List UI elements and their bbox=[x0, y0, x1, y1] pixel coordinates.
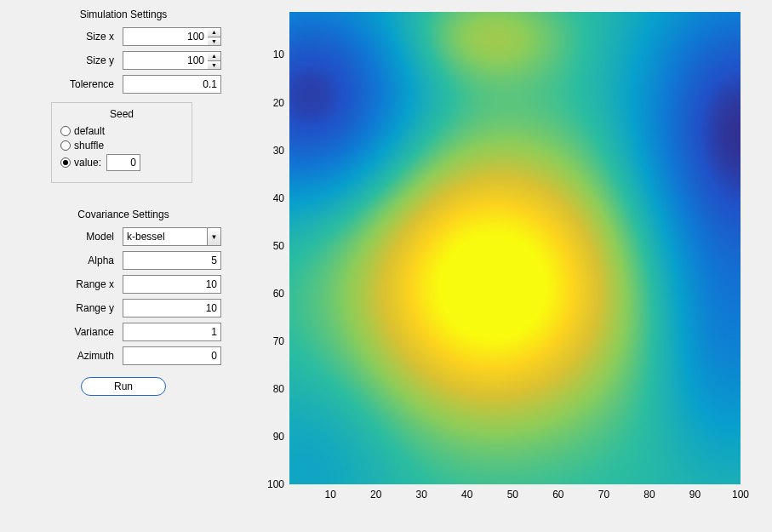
y-axis-ticks: 102030405060708090100 bbox=[255, 12, 288, 484]
size-x-input[interactable] bbox=[123, 27, 208, 46]
y-tick-label: 60 bbox=[273, 288, 284, 300]
seed-value-radio[interactable]: value: bbox=[60, 154, 183, 171]
size-y-spinner[interactable]: ▲ ▼ bbox=[208, 51, 221, 70]
y-tick-label: 10 bbox=[273, 49, 284, 60]
triangle-down-icon[interactable]: ▼ bbox=[208, 61, 220, 70]
x-tick-label: 100 bbox=[732, 489, 749, 501]
heatmap-image bbox=[289, 12, 741, 484]
triangle-up-icon[interactable]: ▲ bbox=[208, 28, 220, 37]
radio-icon bbox=[60, 126, 71, 136]
y-tick-label: 70 bbox=[273, 335, 284, 347]
x-tick-label: 70 bbox=[598, 489, 609, 501]
y-tick-label: 30 bbox=[273, 145, 284, 157]
alpha-input[interactable] bbox=[123, 251, 221, 270]
range-x-input[interactable] bbox=[123, 275, 221, 294]
x-tick-label: 20 bbox=[370, 489, 381, 501]
size-x-spinner[interactable]: ▲ ▼ bbox=[208, 27, 221, 46]
model-select[interactable]: k-bessel ▼ bbox=[123, 227, 221, 246]
triangle-down-icon[interactable]: ▼ bbox=[208, 37, 220, 46]
tolerance-input[interactable] bbox=[123, 75, 221, 94]
covariance-settings-title: Covariance Settings bbox=[26, 209, 221, 220]
x-tick-label: 30 bbox=[416, 489, 427, 501]
y-tick-label: 50 bbox=[273, 240, 284, 252]
y-tick-label: 40 bbox=[273, 192, 284, 204]
y-tick-label: 90 bbox=[273, 431, 284, 443]
alpha-label: Alpha bbox=[54, 255, 114, 266]
triangle-up-icon[interactable]: ▲ bbox=[208, 52, 220, 61]
x-tick-label: 60 bbox=[552, 489, 563, 501]
azimuth-label: Azimuth bbox=[54, 350, 114, 362]
range-x-label: Range x bbox=[54, 278, 114, 290]
size-x-label: Size x bbox=[54, 31, 114, 43]
radio-icon bbox=[60, 140, 71, 151]
simulation-settings-title: Simulation Settings bbox=[26, 9, 221, 20]
seed-default-label: default bbox=[74, 125, 105, 137]
run-button[interactable]: Run bbox=[81, 377, 166, 396]
range-y-label: Range y bbox=[54, 302, 114, 314]
range-y-input[interactable] bbox=[123, 299, 221, 317]
variance-input[interactable] bbox=[123, 323, 221, 341]
radio-icon bbox=[60, 157, 71, 168]
seed-title: Seed bbox=[60, 108, 183, 120]
heatmap-chart: 102030405060708090100 102030405060708090… bbox=[255, 12, 758, 523]
x-tick-label: 10 bbox=[324, 489, 335, 501]
seed-shuffle-radio[interactable]: shuffle bbox=[60, 140, 183, 152]
seed-shuffle-label: shuffle bbox=[74, 140, 104, 152]
azimuth-input[interactable] bbox=[123, 346, 221, 365]
size-y-label: Size y bbox=[54, 54, 114, 66]
chevron-down-icon: ▼ bbox=[207, 228, 220, 245]
y-tick-label: 100 bbox=[267, 478, 284, 490]
seed-value-input[interactable] bbox=[106, 154, 140, 171]
seed-default-radio[interactable]: default bbox=[60, 125, 183, 137]
variance-label: Variance bbox=[54, 326, 114, 338]
tolerance-label: Tolerence bbox=[54, 78, 114, 90]
model-select-value: k-bessel bbox=[127, 231, 165, 243]
x-tick-label: 80 bbox=[643, 489, 655, 501]
x-tick-label: 40 bbox=[461, 489, 472, 501]
model-label: Model bbox=[54, 231, 114, 243]
x-tick-label: 50 bbox=[507, 489, 518, 501]
seed-value-label: value: bbox=[74, 157, 101, 169]
x-tick-label: 90 bbox=[689, 489, 701, 501]
size-y-input[interactable] bbox=[123, 51, 208, 70]
y-tick-label: 20 bbox=[273, 97, 284, 109]
y-tick-label: 80 bbox=[273, 383, 284, 395]
seed-group: Seed default shuffle value: bbox=[51, 102, 192, 183]
